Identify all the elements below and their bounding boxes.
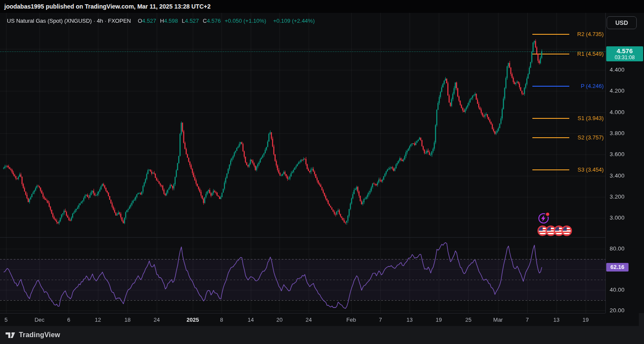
time-axis-label: 14 [248,316,254,324]
notification-dot [546,213,550,216]
time-axis-label: 25 [465,316,471,324]
tradingview-logo-icon[interactable] [5,331,15,339]
time-axis-label: 7 [379,316,382,324]
rsi-axis-tick: 80.00 [610,245,625,253]
time-axis-label: 24 [154,316,160,324]
time-axis-label: 13 [553,316,559,324]
change-value: +0.050 (+1.10%) [225,18,266,24]
time-axis-label: 18 [125,316,131,324]
time-axis-label: 2025 [187,316,199,324]
rsi-axis-tick: 20.00 [610,307,625,314]
bar-countdown: 03:31:08 [606,54,643,60]
ohlc-high-value: 4.598 [164,18,178,24]
time-axis-label: Mar [493,316,503,324]
rsi-axis-tick: 40.00 [610,286,625,294]
ohlc-close-value: 4.576 [207,18,221,24]
price-axis-tick: 4.400 [610,66,625,74]
legend: US Natural Gas (Spot) (XNGUSD) · 4h · FX… [7,18,315,24]
time-axis-label: 19 [583,316,589,324]
price-axis-tick: 3.400 [610,172,625,180]
price-axis-tick: 3.800 [610,130,625,137]
price-axis-tick: 4.200 [610,87,625,95]
price-axis-tick: 3.600 [610,151,625,158]
time-axis-label: 24 [306,316,312,324]
time-axis-label: Feb [346,316,356,324]
ohlc-high-label: H [160,18,164,24]
time-axis-label: 20 [276,316,283,324]
price-axis[interactable]: 4.576 03:31:08 62.16 4.4004.2004.0003.80… [605,13,644,313]
price-axis-tick: 3.000 [610,214,625,222]
ohlc-low-value: 4.527 [185,18,199,24]
time-axis-label: 6 [67,316,70,324]
tradingview-brand-text[interactable]: TradingView [19,331,60,339]
attribution-text: joodabas1995 published on TradingView.co… [4,3,210,10]
chart-canvas[interactable] [0,13,605,313]
rsi-value-badge: 62.16 [606,263,629,272]
last-price-badge: 4.576 03:31:08 [606,46,643,61]
flash-circle-icon[interactable] [536,210,551,226]
chart-frame: US Natural Gas (Spot) (XNGUSD) · 4h · FX… [0,13,644,326]
us-flag-stickers [536,224,575,238]
time-axis-label: Dec [34,316,44,324]
time-axis-label: 19 [436,316,442,324]
time-axis-label: 13 [407,316,413,324]
ohlc-close-label: C [203,18,207,24]
attribution-bar: joodabas1995 published on TradingView.co… [0,0,644,13]
time-axis-label: 12 [95,316,101,324]
footer-bar: TradingView [0,326,644,344]
price-axis-tick: 3.200 [610,193,625,201]
currency-toggle-button[interactable]: USD [607,16,637,29]
ohlc-low-label: L [182,18,185,24]
time-axis[interactable]: 5Dec612182420258142024Feb7131925Mar71319 [0,313,605,326]
symbol-title[interactable]: US Natural Gas (Spot) (XNGUSD) · 4h · FX… [7,18,131,24]
extended-change-value: +0.109 (+2.44%) [273,18,315,24]
page: joodabas1995 published on TradingView.co… [0,0,644,344]
ohlc-open-label: O [138,18,142,24]
time-axis-label: 5 [4,316,7,324]
price-axis-tick: 4.000 [610,109,625,116]
time-axis-label: 8 [220,316,223,324]
time-axis-label: 7 [526,316,529,324]
last-price-value: 4.576 [606,47,643,54]
ohlc-open-value: 4.527 [142,18,156,24]
